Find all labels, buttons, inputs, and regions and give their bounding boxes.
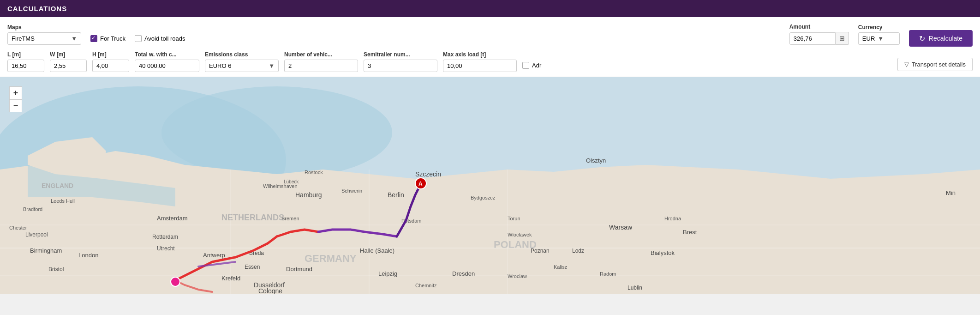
svg-text:Kalisz: Kalisz (554, 264, 568, 270)
l-label: L [m] (7, 51, 44, 58)
adr-checkmark (522, 62, 529, 69)
svg-text:POLAND: POLAND (494, 239, 537, 250)
semitrailer-group: Semitrailer num... (364, 51, 437, 72)
svg-text:Bremen: Bremen (281, 216, 299, 221)
svg-text:Amsterdam: Amsterdam (157, 215, 187, 222)
currency-group: Currency EUR ▼ (858, 24, 900, 45)
svg-text:London: London (78, 252, 98, 259)
maps-group: Maps FireTMS ▼ (7, 24, 81, 45)
svg-point-63 (171, 277, 180, 286)
semitrailer-label: Semitrailer num... (364, 51, 437, 58)
svg-text:Hrodna: Hrodna (664, 216, 681, 221)
avoid-toll-label: Avoid toll roads (144, 35, 185, 42)
total-input[interactable] (135, 60, 199, 72)
w-input[interactable] (50, 60, 87, 72)
vehicles-input[interactable] (284, 60, 358, 72)
svg-text:Olsztyn: Olsztyn (586, 157, 606, 164)
amount-input[interactable] (789, 32, 836, 45)
svg-text:Cologne: Cologne (258, 287, 282, 294)
currency-select[interactable]: EUR ▼ (858, 32, 900, 45)
emissions-value: EURO 6 (209, 62, 266, 69)
w-label: W [m] (50, 51, 87, 58)
svg-text:Chester: Chester (9, 225, 27, 230)
emissions-arrow: ▼ (269, 62, 275, 69)
triangle-icon: ▽ (904, 61, 909, 68)
for-truck-checkmark: ✓ (90, 35, 97, 42)
zoom-controls: + − (9, 86, 22, 112)
svg-text:Utrecht: Utrecht (157, 245, 175, 252)
svg-text:Berlin: Berlin (388, 191, 404, 199)
svg-text:Bialystok: Bialystok (651, 249, 675, 256)
avoid-toll-checkbox-group[interactable]: Avoid toll roads (135, 35, 185, 42)
svg-text:Torun: Torun (508, 216, 520, 221)
svg-text:Hamburg: Hamburg (295, 191, 322, 199)
svg-text:Lübeck: Lübeck (284, 179, 299, 184)
svg-text:Rotterdam: Rotterdam (152, 234, 178, 240)
svg-text:Schwerin: Schwerin (341, 188, 362, 194)
calc-icon-btn[interactable]: ⊞ (836, 32, 849, 45)
svg-text:Brest: Brest (683, 229, 697, 236)
amount-input-row: ⊞ (789, 32, 849, 45)
map-background: NETHERLANDS GERMANY POLAND ENGLAND Bradf… (0, 77, 980, 294)
amount-group: Amount ⊞ (789, 24, 849, 45)
zoom-out-button[interactable]: − (9, 99, 22, 112)
svg-text:Chemnitz: Chemnitz (415, 283, 437, 288)
maps-label: Maps (7, 24, 81, 30)
svg-text:Leipzig: Leipzig (378, 270, 397, 277)
currency-arrow: ▼ (878, 35, 884, 42)
svg-text:Dortmund: Dortmund (286, 266, 312, 273)
svg-text:Min: Min (946, 189, 956, 196)
vehicles-label: Number of vehic... (284, 51, 358, 58)
map-container[interactable]: + − NETHERLANDS GERMANY POLAND ENGLAND B… (0, 77, 980, 294)
svg-text:GERMANY: GERMANY (305, 253, 357, 264)
svg-text:ENGLAND: ENGLAND (42, 182, 73, 189)
adr-group[interactable]: Adr (522, 62, 541, 72)
svg-text:Lublin: Lublin (627, 285, 642, 291)
svg-text:Rostock: Rostock (305, 170, 323, 175)
w-group: W [m] (50, 51, 87, 72)
semitrailer-input[interactable] (364, 60, 437, 72)
maps-value: FireTMS (12, 35, 35, 42)
emissions-group: Emissions class EURO 6 ▼ (205, 51, 279, 72)
svg-text:Poznan: Poznan (531, 248, 550, 254)
emissions-select[interactable]: EURO 6 ▼ (205, 60, 279, 72)
total-group: Total w. with c... (135, 51, 199, 72)
max-axis-label: Max axis load [t] (443, 51, 517, 58)
title-text: CALCULATIONS (0, 0, 980, 17)
svg-text:Bydgoszcz: Bydgoszcz (471, 195, 496, 200)
zoom-in-button[interactable]: + (9, 86, 22, 99)
row2: L [m] W [m] H [m] Total w. with c... Emi… (7, 51, 973, 72)
svg-text:Liverpool: Liverpool (25, 231, 48, 238)
for-truck-label: For Truck (100, 35, 125, 42)
currency-value: EUR (862, 35, 875, 42)
svg-text:Antwerp: Antwerp (203, 252, 225, 259)
svg-point-2 (161, 86, 392, 179)
avoid-toll-checkmark (135, 35, 142, 42)
max-axis-input[interactable] (443, 60, 517, 72)
for-truck-checkbox-group[interactable]: ✓ For Truck (90, 35, 125, 42)
l-input[interactable] (7, 60, 44, 72)
refresh-icon: ↻ (919, 34, 925, 43)
svg-text:Wloclawek: Wloclawek (508, 232, 532, 237)
svg-text:Warsaw: Warsaw (609, 224, 633, 231)
svg-text:Wroclaw: Wroclaw (508, 273, 527, 279)
amount-label: Amount (789, 24, 849, 30)
svg-text:Leeds Hull: Leeds Hull (51, 198, 75, 204)
maps-dropdown-arrow: ▼ (71, 35, 77, 42)
title-bar: CALCULATIONS (0, 0, 980, 17)
transport-set-button[interactable]: ▽ Transport set details (897, 58, 973, 71)
currency-label: Currency (858, 24, 900, 30)
transport-btn-label: Transport set details (912, 61, 966, 68)
h-group: H [m] (92, 51, 129, 72)
svg-text:Essen: Essen (245, 264, 260, 270)
svg-text:Dresden: Dresden (452, 270, 475, 277)
svg-text:Bradford: Bradford (23, 206, 42, 212)
maps-select[interactable]: FireTMS ▼ (7, 32, 81, 45)
adr-label: Adr (532, 62, 541, 69)
h-input[interactable] (92, 60, 129, 72)
h-label: H [m] (92, 51, 129, 58)
recalculate-button[interactable]: ↻ Recalculate (909, 30, 973, 47)
controls-section: Maps FireTMS ▼ ✓ For Truck Avoid toll ro… (0, 17, 980, 77)
svg-text:Lodz: Lodz (572, 248, 584, 254)
total-label: Total w. with c... (135, 51, 199, 58)
